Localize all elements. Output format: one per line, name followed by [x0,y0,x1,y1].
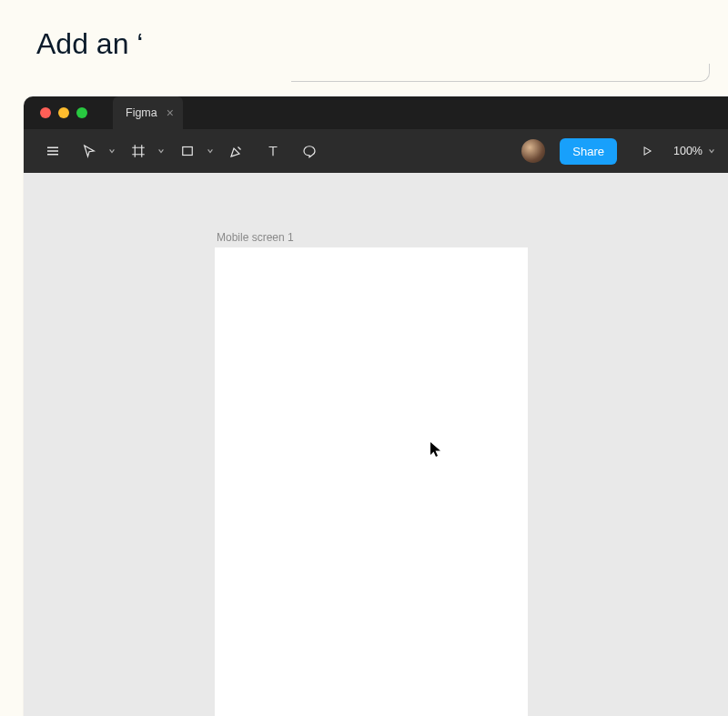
chevron-down-icon[interactable] [204,147,217,155]
window-close-button[interactable] [40,107,51,118]
chevron-down-icon [708,147,715,155]
avatar[interactable] [521,139,545,163]
frame-mobile-screen-1[interactable] [215,247,528,716]
share-button[interactable]: Share [560,138,617,165]
comment-tool[interactable] [293,135,326,167]
tab-label: Figma [126,106,157,119]
rectangle-tool[interactable] [171,135,204,167]
chevron-down-icon[interactable] [106,147,118,155]
window-fullscreen-button[interactable] [76,107,87,118]
traffic-lights [35,107,104,118]
page-heading: Add an ‘ [36,27,143,61]
tab-strip: Figma × [24,96,728,129]
canvas[interactable]: Mobile screen 1 [24,173,728,716]
chevron-down-icon[interactable] [155,147,167,155]
zoom-control[interactable]: 100% [673,145,715,157]
input-underline [291,64,710,82]
svg-rect-7 [183,147,193,156]
app-window: Figma × [24,96,728,716]
frame-label[interactable]: Mobile screen 1 [217,231,294,244]
window-minimize-button[interactable] [58,107,69,118]
main-menu-button[interactable] [36,135,69,167]
tab-figma[interactable]: Figma × [113,96,183,129]
move-tool-group [73,135,118,167]
pen-tool[interactable] [220,135,253,167]
zoom-label: 100% [673,145,703,157]
toolbar: Share 100% [24,129,728,173]
shape-tool-group [171,135,217,167]
text-tool[interactable] [257,135,289,167]
frame-tool-group [122,135,167,167]
svg-marker-10 [644,147,651,155]
close-icon[interactable]: × [167,106,174,119]
frame-tool[interactable] [122,135,155,167]
move-tool[interactable] [73,135,106,167]
present-button[interactable] [633,137,661,165]
